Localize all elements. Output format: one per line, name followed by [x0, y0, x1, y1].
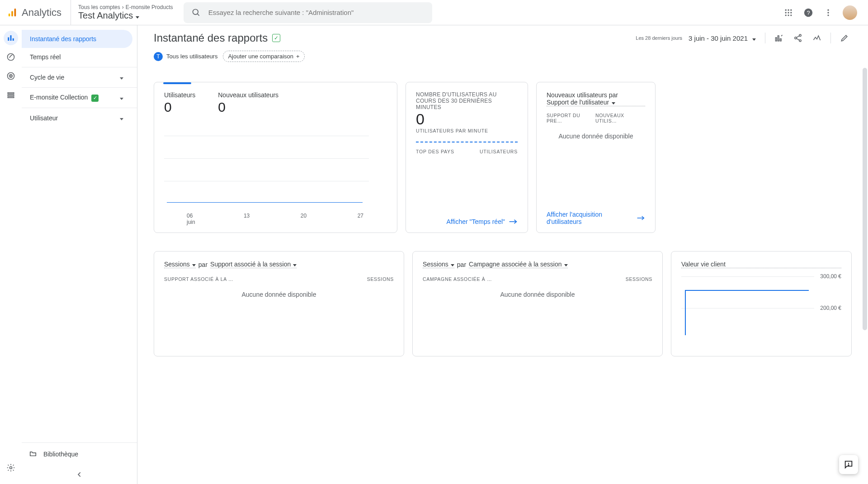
chart-x-ticks: 06 13 20 27	[164, 213, 387, 219]
sidebar-collapse-button[interactable]	[22, 465, 137, 484]
rail-admin-icon[interactable]	[4, 460, 18, 475]
chevron-down-icon	[292, 261, 297, 268]
y-tick: 300,00 €	[820, 273, 841, 280]
breadcrumb-property: E-monsite Products	[126, 4, 173, 10]
date-range-picker[interactable]: 3 juin - 30 juin 2021	[689, 34, 756, 42]
svg-line-4	[197, 14, 199, 15]
help-icon[interactable]: ?	[803, 7, 814, 18]
svg-line-37	[797, 38, 800, 40]
card-new-users: Nouveaux utilisateurs par Support de l'u…	[536, 82, 656, 233]
library-label: Bibliothèque	[43, 451, 78, 458]
svg-point-5	[785, 9, 787, 10]
card-title: Nouveaux utilisateurs par	[547, 91, 618, 99]
metric-selector[interactable]: Sessions	[423, 261, 454, 268]
per-minute-label: UTILISATEURS PAR MINUTE	[416, 128, 518, 133]
logo[interactable]: Analytics	[0, 7, 71, 19]
y-tick: 200,00 €	[820, 305, 841, 311]
dimension-selector[interactable]: Campagne associée à la session	[469, 261, 567, 268]
metric-value: 0	[218, 100, 278, 115]
property-title: Test Analytics	[78, 10, 133, 21]
rail-advertising-icon[interactable]	[4, 69, 18, 83]
verified-icon: ✓	[272, 34, 280, 42]
edit-icon[interactable]	[839, 33, 850, 43]
dimension-selector[interactable]: Support de l'utilisateur	[547, 99, 645, 106]
svg-rect-28	[8, 97, 14, 98]
svg-point-3	[193, 9, 198, 14]
no-data-message: Aucune donnée disponible	[164, 291, 394, 298]
svg-rect-26	[8, 93, 14, 94]
app-header: Analytics Tous les comptes › E-monsite P…	[0, 0, 868, 25]
scrollbar-thumb[interactable]	[863, 68, 867, 330]
ltv-line-chart: 300,00 € 200,00 €	[681, 276, 841, 349]
sidebar-item-label: Temps réel	[30, 53, 61, 61]
rail-reports-icon[interactable]	[4, 31, 18, 45]
search-icon	[191, 7, 201, 18]
share-icon[interactable]	[793, 33, 803, 43]
svg-rect-19	[8, 38, 9, 41]
svg-rect-20	[10, 35, 12, 41]
link-view-acquisition[interactable]: Afficher l'acquisition d'utilisateurs	[547, 206, 645, 225]
chevron-down-icon	[191, 261, 196, 268]
add-comparison-button[interactable]: Ajouter une comparaison +	[223, 51, 304, 62]
scrollbar[interactable]	[862, 68, 868, 394]
metric-new-users[interactable]: Nouveaux utilisateurs 0	[218, 91, 278, 115]
metric-selector[interactable]: Sessions	[164, 261, 196, 268]
segment-badge-icon: T	[154, 52, 163, 61]
plus-icon: +	[296, 53, 300, 60]
chevron-down-icon	[751, 34, 756, 42]
customize-report-icon[interactable]	[774, 33, 784, 43]
rail-explore-icon[interactable]	[4, 50, 18, 64]
property-switcher[interactable]: Tous les comptes › E-monsite Products Te…	[71, 0, 180, 25]
avatar[interactable]	[843, 5, 857, 20]
sidebar-item-user[interactable]: Utilisateur	[22, 109, 132, 127]
more-icon[interactable]	[823, 7, 834, 18]
sidebar-item-collection[interactable]: E-monsite Collection ✓	[22, 89, 132, 107]
svg-rect-27	[8, 95, 14, 95]
realtime-value: 0	[416, 110, 518, 128]
chevron-down-icon	[119, 74, 123, 81]
svg-point-10	[790, 12, 792, 13]
header-actions: ?	[783, 5, 861, 20]
svg-point-16	[827, 9, 829, 10]
svg-point-12	[788, 14, 789, 16]
product-name: Analytics	[22, 7, 61, 19]
sidebar: Instantané des rapports Temps réel Cycle…	[22, 25, 137, 484]
search-bar[interactable]	[184, 2, 432, 23]
sidebar-item-label: E-monsite Collection ✓	[30, 94, 99, 102]
svg-rect-32	[780, 39, 782, 41]
svg-point-13	[790, 14, 792, 16]
apps-icon[interactable]	[783, 7, 794, 18]
svg-point-7	[790, 9, 792, 10]
link-view-realtime[interactable]: Afficher "Temps réel"	[446, 214, 518, 225]
insights-icon[interactable]	[811, 33, 822, 43]
sidebar-item-realtime[interactable]: Temps réel	[22, 48, 132, 66]
by-label: par	[457, 261, 466, 268]
chevron-down-icon	[611, 99, 615, 106]
svg-point-25	[10, 76, 11, 76]
col-header: CAMPAGNE ASSOCIÉE À …	[423, 276, 492, 282]
breadcrumb: Tous les comptes › E-monsite Products	[78, 4, 173, 10]
svg-rect-1	[11, 11, 13, 16]
sidebar-item-snapshot[interactable]: Instantané des rapports	[22, 30, 132, 48]
card-realtime: NOMBRE D'UTILISATEURS AU COURS DES 30 DE…	[406, 82, 528, 233]
metric-label: Nouveaux utilisateurs	[218, 91, 278, 99]
date-preset-label: Les 28 derniers jours	[636, 35, 682, 41]
svg-point-18	[827, 14, 829, 16]
sidebar-library[interactable]: Bibliothèque	[29, 450, 130, 458]
chevron-down-icon	[119, 94, 123, 101]
feedback-button[interactable]	[839, 455, 858, 474]
search-input[interactable]	[208, 9, 425, 16]
segment-all-users[interactable]: T Tous les utilisateurs	[154, 52, 217, 61]
dimension-selector[interactable]: Support associé à la session	[210, 261, 297, 268]
library-icon	[29, 450, 37, 458]
metric-users[interactable]: Utilisateurs 0	[164, 91, 195, 115]
svg-point-8	[785, 12, 787, 13]
card-sessions-medium: Sessions par Support associé à la sessio…	[154, 251, 404, 356]
sidebar-item-lifecycle[interactable]: Cycle de vie	[22, 68, 132, 86]
chevron-down-icon	[563, 261, 568, 268]
chevron-down-icon	[135, 10, 139, 21]
col-users: UTILISATEURS	[480, 149, 518, 154]
rail-configure-icon[interactable]	[4, 88, 18, 102]
chevron-down-icon	[119, 114, 123, 122]
svg-text:?: ?	[807, 9, 810, 16]
